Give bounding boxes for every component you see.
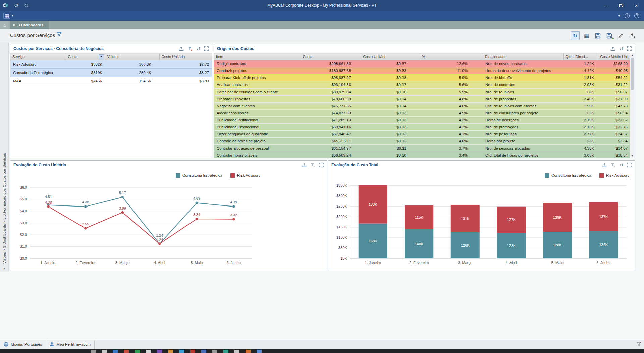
- column-header-5[interactable]: Qtde. Direci...: [563, 53, 598, 60]
- origin-row[interactable]: Controlar alocação de pessoal$61,154.97$…: [214, 145, 630, 152]
- column-header-0[interactable]: Serviço: [10, 53, 66, 60]
- legend-item[interactable]: Risk Advisory: [230, 173, 260, 178]
- undo-icon[interactable]: ↺: [619, 162, 623, 168]
- column-header-1[interactable]: Custo▾: [66, 53, 105, 60]
- column-header-2[interactable]: Volume: [105, 53, 159, 60]
- svg-text:2. Fevereiro: 2. Fevereiro: [75, 261, 95, 265]
- origin-row[interactable]: Participar de reuniões com o cliente$89,…: [214, 89, 630, 96]
- origin-row[interactable]: Publicidade Promocional$69,941.16$0.134.…: [214, 124, 630, 131]
- cell-avg_unit_cost: $56.94: [598, 110, 630, 117]
- undo-icon[interactable]: ↺: [196, 46, 200, 51]
- export-icon[interactable]: [610, 46, 615, 51]
- expand-icon[interactable]: [319, 162, 324, 168]
- info-icon[interactable]: i: [625, 13, 630, 18]
- expand-icon[interactable]: [627, 162, 632, 168]
- profile-label: Meu Perfil: myabcm: [56, 342, 91, 346]
- origin-row[interactable]: Preparar Kick-off de projetos$98,087.97$…: [214, 74, 630, 81]
- column-header-1[interactable]: Custo: [301, 53, 361, 60]
- origin-row[interactable]: Fazer pesquisas de qualidade$67,948.47$0…: [214, 131, 630, 138]
- minimize-button[interactable]: –: [598, 0, 613, 11]
- taskbar-icon[interactable]: [212, 350, 217, 353]
- origin-row[interactable]: Conduzir projetos$180,987.65$0.3311.0%Ho…: [214, 67, 630, 74]
- service-row[interactable]: M&A$745K194.5K$3.83: [10, 77, 212, 85]
- redo-icon[interactable]: ↻: [24, 2, 28, 9]
- layout-selector[interactable]: ▦ ▾: [0, 13, 13, 19]
- taskbar-icon[interactable]: [135, 350, 140, 353]
- column-header-4[interactable]: Direcionador: [483, 53, 563, 60]
- column-filter-dropdown-icon[interactable]: ▾: [99, 54, 104, 59]
- scroll-down-icon[interactable]: ▼: [630, 154, 635, 157]
- taskbar-icon[interactable]: [168, 350, 173, 353]
- taskbar-icon[interactable]: [234, 350, 239, 353]
- taskbar-icon[interactable]: [113, 350, 118, 353]
- maximize-button[interactable]: [613, 0, 629, 11]
- profile-item[interactable]: Meu Perfil: myabcm: [46, 340, 95, 349]
- origin-row[interactable]: Preparar Propostas$78,606.59$0.144.8%Nro…: [214, 96, 630, 103]
- taskbar-icon[interactable]: [157, 350, 162, 353]
- legend-item[interactable]: Consultoria Estratégica: [176, 173, 222, 178]
- refresh-button[interactable]: ↻: [571, 31, 580, 40]
- language-selector[interactable]: Idioma: Português: [0, 340, 46, 349]
- service-row[interactable]: Consultoria Estratégica$819K250.4K$3.27: [10, 69, 212, 77]
- taskbar-icon[interactable]: [91, 350, 96, 353]
- taskbar-icon[interactable]: [102, 350, 107, 353]
- collapse-arrow-icon[interactable]: ▲: [3, 267, 6, 270]
- cell-unit_cost: $0.33: [361, 67, 420, 74]
- panel-title: Origem dos Custos: [217, 46, 254, 51]
- service-row[interactable]: Risk Advisory$832K306.3K$2.72: [10, 60, 212, 69]
- origin-row[interactable]: Controle de horas de projeto$65,295.11$0…: [214, 138, 630, 145]
- export-icon[interactable]: [302, 162, 307, 168]
- save-button[interactable]: [593, 31, 602, 40]
- export-button[interactable]: [628, 31, 637, 40]
- breadcrumb-item-dashboards[interactable]: ▶ 3.Dashboards: [10, 21, 49, 29]
- taskbar-icon[interactable]: [246, 350, 251, 353]
- undo-icon[interactable]: ↺: [619, 46, 623, 51]
- origin-row[interactable]: Controlar horas biláveis$56,509.24$0.103…: [214, 152, 630, 158]
- filter-status-icon[interactable]: [636, 342, 641, 347]
- taskbar-icon[interactable]: [124, 350, 129, 353]
- column-header-6[interactable]: Custo Médio Unit.: [598, 53, 630, 60]
- scroll-thumb[interactable]: [631, 58, 634, 90]
- help-icon[interactable]: ?: [634, 13, 639, 18]
- taskbar: [0, 349, 644, 353]
- collapse-ribbon-icon[interactable]: ▾: [618, 14, 620, 18]
- scroll-up-icon[interactable]: ▲: [630, 54, 635, 57]
- cell-qty: 1.3K: [563, 110, 598, 117]
- page-filter-icon[interactable]: [57, 32, 62, 38]
- legend-item[interactable]: Consultoria Estratégica: [545, 173, 591, 178]
- export-icon[interactable]: [179, 46, 184, 51]
- home-icon[interactable]: ⌂: [0, 21, 10, 29]
- origins-scrollbar[interactable]: ▲ ▼: [630, 53, 635, 158]
- edit-button[interactable]: [616, 31, 625, 40]
- column-header-2[interactable]: Custo Unitário: [361, 53, 420, 60]
- close-button[interactable]: ×: [629, 0, 644, 11]
- origin-row[interactable]: Negociar com clientes$75,771.35$0.144.6%…: [214, 103, 630, 110]
- expand-icon[interactable]: [627, 46, 632, 51]
- origin-row[interactable]: Analisar contratos$93,104.36$0.175.6%Nro…: [214, 81, 630, 89]
- table-view-button[interactable]: ▦: [582, 31, 591, 40]
- origin-row[interactable]: Redigir contratos$208,661.80$0.3712.6%Nr…: [214, 60, 630, 67]
- navigation-path-strip[interactable]: Visões > 3.Dashboards > 3.3.Formação dos…: [0, 42, 9, 272]
- legend-label: Risk Advisory: [606, 173, 629, 177]
- taskbar-icon[interactable]: [179, 350, 184, 353]
- breadcrumb-label: 3.Dashboards: [18, 23, 43, 27]
- export-icon[interactable]: [602, 162, 607, 168]
- taskbar-icon[interactable]: [146, 350, 151, 353]
- origin-row[interactable]: Publicidade Institucional$71,289.13$0.13…: [214, 117, 630, 124]
- taskbar-icon[interactable]: [223, 350, 228, 353]
- column-header-3[interactable]: Custo Unitário: [159, 53, 212, 60]
- taskbar-icon[interactable]: [190, 350, 195, 353]
- column-header-0[interactable]: Item: [214, 53, 301, 60]
- taskbar-icon[interactable]: [201, 350, 206, 353]
- expand-icon[interactable]: [204, 46, 209, 51]
- origin-row[interactable]: Alocar consultores$74,077.83$0.134.5%Nro…: [214, 110, 630, 117]
- legend-item[interactable]: Risk Advisory: [599, 173, 629, 178]
- undo-icon[interactable]: ↺: [14, 2, 18, 9]
- clear-filter-icon[interactable]: [310, 162, 315, 168]
- clear-filter-icon[interactable]: [187, 46, 193, 51]
- taskbar-icon[interactable]: [257, 350, 262, 353]
- column-header-3[interactable]: %: [420, 53, 483, 60]
- clear-filter-icon[interactable]: [610, 162, 615, 168]
- save-as-button[interactable]: +: [605, 31, 614, 40]
- cell-qty: 1.6K: [563, 89, 598, 96]
